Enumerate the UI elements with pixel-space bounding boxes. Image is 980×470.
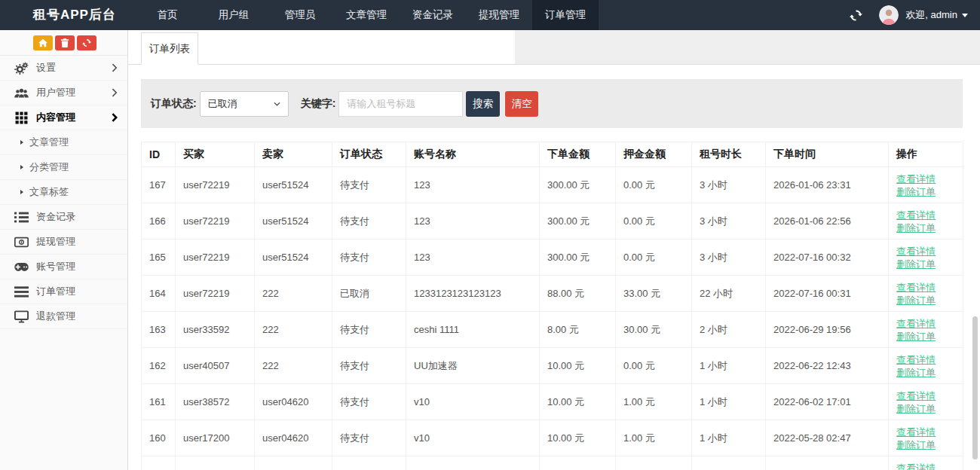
view-detail-link[interactable]: 查看详情 <box>896 317 955 330</box>
column-header: 订单状态 <box>332 142 406 167</box>
cell-buyer: user33592 <box>176 312 255 348</box>
cell-time: 2026-01-06 22:56 <box>766 203 889 240</box>
recycle-icon <box>82 38 91 47</box>
view-detail-link[interactable]: 查看详情 <box>896 281 955 294</box>
cell-buyer: user72219 <box>176 276 255 312</box>
cell-status: 待支付 <box>332 240 406 276</box>
column-header: 账号名称 <box>406 142 540 167</box>
cell-amount: 88.00 元 <box>540 276 616 312</box>
delete-order-link[interactable]: 删除订单 <box>896 330 955 343</box>
column-header: 卖家 <box>255 142 332 167</box>
cell-time: 2022-06-29 19:56 <box>766 312 889 348</box>
cell-buyer: user72219 <box>176 240 255 276</box>
cell-seller: 222 <box>255 276 332 312</box>
delete-order-link[interactable]: 删除订单 <box>896 221 955 234</box>
cell-seller: user51524 <box>255 167 332 203</box>
nav-item-4[interactable]: 文章管理 <box>333 0 400 30</box>
sidebar-item-10[interactable]: 订单管理 <box>0 279 127 304</box>
column-header: 操作 <box>889 142 963 167</box>
view-detail-link[interactable]: 查看详情 <box>896 462 955 470</box>
view-detail-link[interactable]: 查看详情 <box>896 426 955 438</box>
sidebar-item-6[interactable]: 文章标签 <box>0 180 127 205</box>
sidebar-item-label: 资金记录 <box>36 210 75 224</box>
cell-deposit <box>616 456 692 470</box>
sidebar-item-2[interactable]: 用户管理 <box>0 81 127 105</box>
delete-order-link[interactable]: 删除订单 <box>896 366 955 379</box>
delete-order-link[interactable]: 删除订单 <box>896 438 955 451</box>
navbar-right: 欢迎, admin <box>850 0 980 30</box>
view-detail-link[interactable]: 查看详情 <box>896 389 955 402</box>
trash-icon <box>60 38 69 47</box>
cell-time: 2022-06-22 12:43 <box>766 348 889 384</box>
cell-seller: user51524 <box>255 203 332 240</box>
table-row: 165user72219user51524待支付123300.00 元0.00 … <box>142 240 963 276</box>
keyword-input[interactable] <box>338 91 463 117</box>
order-status-select[interactable]: 已取消 <box>200 91 289 117</box>
user-menu[interactable]: 欢迎, admin <box>905 8 968 22</box>
sidebar-item-9[interactable]: 账号管理 <box>0 255 127 279</box>
sidebar-item-label: 退款管理 <box>36 310 75 323</box>
cell-seller: user51524 <box>255 240 332 276</box>
clear-button[interactable]: 清空 <box>505 91 538 117</box>
scrollbar-thumb[interactable] <box>972 316 978 459</box>
nav-item-5[interactable]: 资金记录 <box>400 0 466 30</box>
cell-duration: 1 小时 <box>692 348 766 384</box>
refresh-icon[interactable] <box>850 9 862 22</box>
delete-order-link[interactable]: 删除订单 <box>896 258 955 270</box>
sidebar-item-7[interactable]: 资金记录 <box>0 205 127 230</box>
cell-status: 已取消 <box>332 276 406 312</box>
keyword-label: 关键字: <box>301 97 336 111</box>
sidebar-item-4[interactable]: 文章管理 <box>0 130 127 155</box>
cell-buyer: user40507 <box>176 348 255 384</box>
sidebar-item-8[interactable]: 提现管理 <box>0 230 127 255</box>
bars-icon <box>14 285 29 298</box>
recycle-button[interactable] <box>77 35 96 50</box>
cell-actions: 查看详情删除订单 <box>889 203 963 240</box>
grid-icon <box>14 111 29 124</box>
home-button[interactable] <box>33 35 53 50</box>
nav-item-1[interactable]: 首页 <box>134 0 201 30</box>
table-body: 167user72219user51524待支付123300.00 元0.00 … <box>142 167 963 470</box>
view-detail-link[interactable]: 查看详情 <box>896 245 955 258</box>
cell-time: 2026-01-06 23:31 <box>766 167 889 203</box>
table-row: 167user72219user51524待支付123300.00 元0.00 … <box>142 167 963 203</box>
cell-status: 待支付 <box>332 312 406 348</box>
view-detail-link[interactable]: 查看详情 <box>896 353 955 366</box>
sidebar-item-11[interactable]: 退款管理 <box>0 304 127 329</box>
cell-time <box>766 456 889 470</box>
nav-item-2[interactable]: 用户组 <box>201 0 267 30</box>
top-navbar: 租号APP后台 首页用户组管理员文章管理资金记录提现管理订单管理 欢迎, adm… <box>0 0 980 30</box>
gamepad-icon <box>14 261 29 273</box>
cell-id: 166 <box>142 203 176 240</box>
delete-order-link[interactable]: 删除订单 <box>896 294 955 307</box>
cell-deposit: 1.00 元 <box>616 384 692 420</box>
table-row: 163user33592222待支付ceshi 11118.00 元30.00 … <box>142 312 963 348</box>
trash-button[interactable] <box>55 35 75 50</box>
tab-order-list[interactable]: 订单列表 <box>141 32 198 65</box>
cell-id: 162 <box>142 348 176 384</box>
sidebar-item-1[interactable]: 设置 <box>0 56 127 81</box>
sidebar-item-3[interactable]: 内容管理 <box>0 105 127 130</box>
cell-amount: 8.00 元 <box>540 312 616 348</box>
nav-item-3[interactable]: 管理员 <box>267 0 333 30</box>
table-row: 166user72219user51524待支付123300.00 元0.00 … <box>142 203 963 240</box>
view-detail-link[interactable]: 查看详情 <box>896 172 955 185</box>
column-header: 租号时长 <box>692 142 766 167</box>
nav-item-6[interactable]: 提现管理 <box>466 0 532 30</box>
avatar[interactable] <box>879 5 899 25</box>
sidebar-item-5[interactable]: 分类管理 <box>0 155 127 180</box>
cell-account: 123 <box>406 203 540 240</box>
view-detail-link[interactable]: 查看详情 <box>896 209 955 221</box>
navbar-items: 首页用户组管理员文章管理资金记录提现管理订单管理 <box>134 0 599 30</box>
list-icon <box>14 211 29 224</box>
nav-item-7[interactable]: 订单管理 <box>532 0 599 30</box>
search-button[interactable]: 搜索 <box>466 91 500 117</box>
welcome-text: 欢迎, admin <box>905 8 957 22</box>
delete-order-link[interactable]: 删除订单 <box>896 402 955 415</box>
cell-seller: user04620 <box>255 384 332 420</box>
cell-actions: 查看详情删除订单 <box>889 420 963 456</box>
cell-buyer: user38572 <box>176 384 255 420</box>
delete-order-link[interactable]: 删除订单 <box>896 185 955 198</box>
monitor-icon <box>14 310 29 323</box>
caret-right-icon <box>20 140 23 145</box>
